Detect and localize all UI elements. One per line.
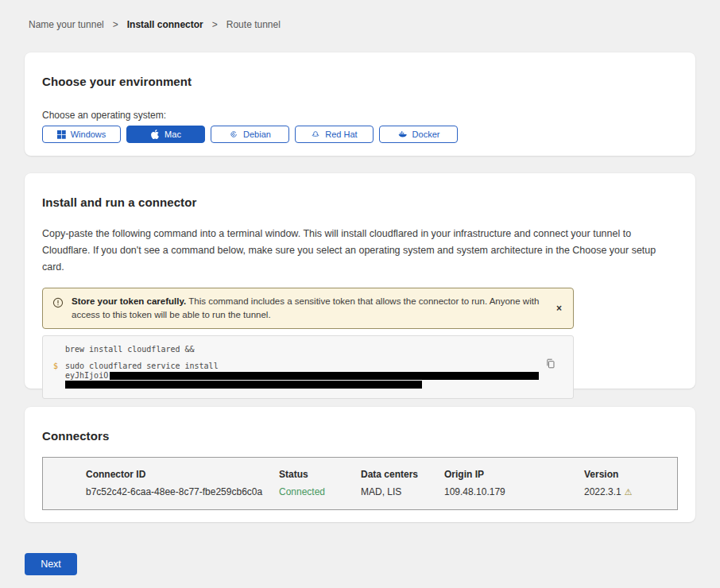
- apple-icon: [150, 130, 160, 139]
- redacted-token-bar: [110, 372, 539, 380]
- docker-icon: [397, 130, 408, 139]
- install-command-block: brew install cloudflared && $ sudo cloud…: [42, 335, 574, 399]
- breadcrumb: Name your tunnel > Install connector > R…: [0, 0, 720, 30]
- connectors-card-title: Connectors: [42, 429, 678, 443]
- breadcrumb-separator: >: [113, 19, 118, 30]
- token-warning-banner: Store your token carefully. This command…: [42, 288, 574, 329]
- connector-id-value: b7c52c42-6caa-48ee-8c77-fbe259cb6c0a: [86, 486, 279, 497]
- column-header-data-centers: Data centers: [361, 469, 444, 480]
- token-line-2: [43, 381, 573, 389]
- command-line-2: $ sudo cloudflared service install: [43, 362, 573, 370]
- data-centers-value: MAD, LIS: [361, 486, 444, 497]
- table-row: b7c52c42-6caa-48ee-8c77-fbe259cb6c0a Con…: [86, 486, 677, 497]
- column-header-status: Status: [279, 469, 361, 480]
- os-button-mac[interactable]: Mac: [126, 126, 205, 143]
- debian-icon: [229, 130, 238, 139]
- breadcrumb-route-tunnel: Route tunnel: [226, 19, 281, 30]
- version-value: 2022.3.1 ⚠: [584, 486, 677, 497]
- column-header-connector-id: Connector ID: [86, 469, 279, 480]
- os-button-label: Docker: [412, 130, 440, 139]
- column-header-origin-ip: Origin IP: [444, 469, 584, 480]
- table-header-row: Connector ID Status Data centers Origin …: [86, 469, 677, 480]
- os-button-debian[interactable]: Debian: [211, 126, 289, 143]
- token-warning-text: Store your token carefully. This command…: [72, 295, 544, 322]
- column-header-version: Version: [584, 469, 677, 480]
- os-button-label: Mac: [165, 130, 181, 139]
- command-line-1: brew install cloudflared &&: [43, 345, 573, 354]
- install-card-title: Install and run a connector: [42, 195, 678, 209]
- redacted-token-bar: [65, 381, 422, 389]
- token-warning-title: Store your token carefully.: [72, 296, 186, 306]
- os-select-label: Choose an operating system:: [42, 110, 678, 121]
- os-button-group: Windows Mac Debian Red Hat Docker: [42, 126, 678, 143]
- install-card-description: Copy-paste the following command into a …: [42, 226, 678, 276]
- windows-icon: [57, 130, 66, 139]
- shell-prompt: $: [53, 362, 58, 370]
- status-badge: Connected: [279, 486, 361, 497]
- warning-triangle-icon: ⚠: [625, 488, 633, 497]
- breadcrumb-install-connector[interactable]: Install connector: [127, 19, 203, 30]
- close-icon[interactable]: ×: [552, 301, 567, 315]
- os-button-label: Red Hat: [325, 130, 357, 139]
- os-button-label: Debian: [243, 130, 271, 139]
- copy-icon[interactable]: [545, 358, 555, 371]
- os-button-windows[interactable]: Windows: [42, 126, 121, 143]
- environment-card: Choose your environment Choose an operat…: [25, 52, 695, 156]
- connectors-table: Connector ID Status Data centers Origin …: [42, 457, 678, 510]
- origin-ip-value: 109.48.10.179: [444, 486, 584, 497]
- command-text: sudo cloudflared service install: [65, 362, 219, 370]
- version-number: 2022.3.1: [584, 486, 621, 497]
- info-icon: [52, 297, 64, 311]
- next-button[interactable]: Next: [25, 553, 77, 575]
- token-prefix: eyJhIjoiO: [65, 371, 108, 380]
- redhat-icon: [311, 130, 320, 139]
- breadcrumb-name-your-tunnel[interactable]: Name your tunnel: [29, 19, 104, 30]
- connectors-card: Connectors Connector ID Status Data cent…: [25, 407, 695, 522]
- environment-card-title: Choose your environment: [42, 75, 678, 88]
- os-button-label: Windows: [71, 130, 106, 139]
- os-button-redhat[interactable]: Red Hat: [295, 126, 374, 143]
- os-button-docker[interactable]: Docker: [379, 126, 458, 143]
- install-connector-card: Install and run a connector Copy-paste t…: [25, 173, 695, 389]
- breadcrumb-separator: >: [212, 19, 218, 30]
- token-line: eyJhIjoiO: [43, 371, 573, 380]
